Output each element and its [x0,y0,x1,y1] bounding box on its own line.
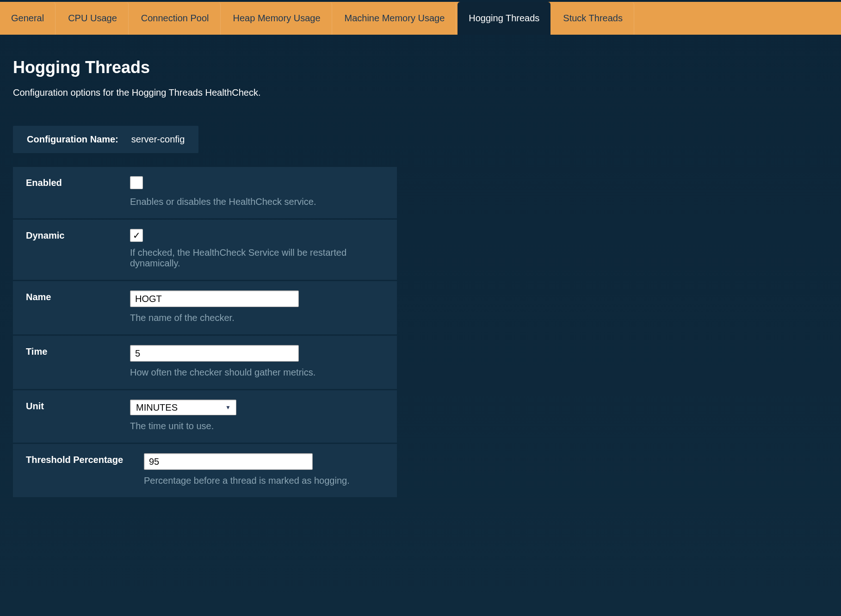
input-name[interactable] [130,290,299,307]
input-threshold[interactable] [144,453,313,470]
row-unit: Unit MINUTES ▼ The time unit to use. [13,390,397,443]
label-enabled: Enabled [26,176,130,188]
row-enabled: Enabled Enables or disables the HealthCh… [13,167,397,218]
label-dynamic: Dynamic [26,229,130,241]
tab-connection-pool[interactable]: Connection Pool [130,2,221,35]
config-name-value: server-config [131,134,185,145]
tabs-bar: General CPU Usage Connection Pool Heap M… [0,2,841,35]
tab-cpu-usage[interactable]: CPU Usage [57,2,129,35]
control-threshold: Percentage before a thread is marked as … [144,453,383,486]
tab-general[interactable]: General [0,2,56,35]
label-unit: Unit [26,400,130,412]
help-unit: The time unit to use. [130,421,383,431]
row-time: Time How often the checker should gather… [13,336,397,389]
tab-machine-memory-usage[interactable]: Machine Memory Usage [334,2,457,35]
control-name: The name of the checker. [130,290,383,323]
input-time[interactable] [130,345,299,362]
row-name: Name The name of the checker. [13,281,397,334]
config-name-box: Configuration Name: server-config [13,126,198,153]
page-description: Configuration options for the Hogging Th… [13,87,828,98]
checkbox-dynamic[interactable]: ✓ [130,229,143,242]
select-unit[interactable]: MINUTES [130,400,236,415]
control-enabled: Enables or disables the HealthCheck serv… [130,176,383,207]
config-name-label: Configuration Name: [27,134,118,145]
checkbox-enabled[interactable] [130,176,143,189]
control-time: How often the checker should gather metr… [130,345,383,378]
row-threshold: Threshold Percentage Percentage before a… [13,444,397,497]
help-threshold: Percentage before a thread is marked as … [144,475,383,486]
control-unit: MINUTES ▼ The time unit to use. [130,400,383,431]
label-threshold: Threshold Percentage [26,453,144,465]
select-wrapper-unit: MINUTES ▼ [130,400,236,415]
tab-hogging-threads[interactable]: Hogging Threads [458,2,550,35]
help-time: How often the checker should gather metr… [130,367,383,378]
control-dynamic: ✓ If checked, the HealthCheck Service wi… [130,229,383,269]
row-dynamic: Dynamic ✓ If checked, the HealthCheck Se… [13,220,397,280]
page-title: Hogging Threads [13,58,828,77]
help-enabled: Enables or disables the HealthCheck serv… [130,197,383,207]
label-time: Time [26,345,130,357]
tab-heap-memory-usage[interactable]: Heap Memory Usage [222,2,332,35]
tab-stuck-threads[interactable]: Stuck Threads [552,2,634,35]
content-area: Hogging Threads Configuration options fo… [0,35,841,517]
help-name: The name of the checker. [130,313,383,323]
label-name: Name [26,290,130,302]
form-table: Enabled Enables or disables the HealthCh… [13,167,397,497]
help-dynamic: If checked, the HealthCheck Service will… [130,247,383,269]
